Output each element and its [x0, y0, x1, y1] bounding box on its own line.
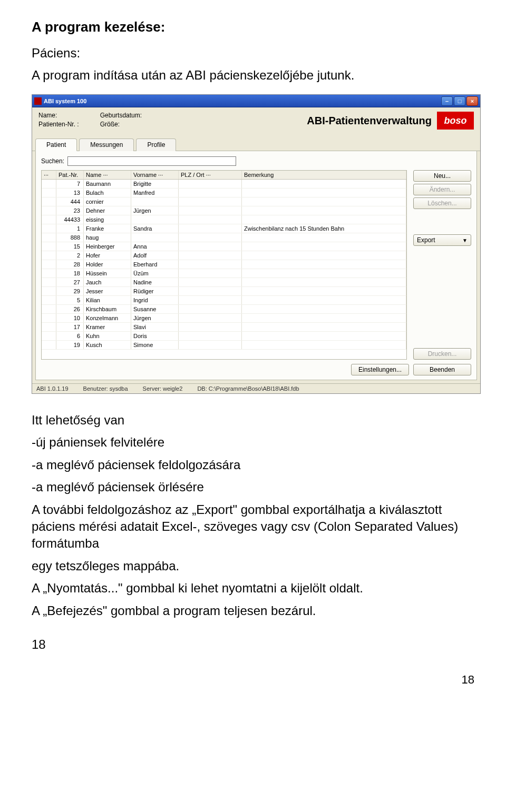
doc-possibility: Itt lehetőség van [32, 412, 474, 429]
table-cell: Jürgen [131, 206, 179, 215]
doc-after: Itt lehetőség van -új pániensek felvitel… [32, 412, 474, 619]
search-input[interactable] [67, 156, 236, 166]
status-benutzer: Benutzer: sysdba [83, 385, 128, 392]
table-cell [242, 269, 406, 278]
tab-patient[interactable]: Patient [35, 138, 77, 151]
label-groesse: Größe: [100, 121, 142, 128]
col-marker[interactable]: ··· [42, 171, 56, 179]
table-cell: Simone [131, 341, 179, 349]
table-cell: Üzüm [131, 269, 179, 278]
table-row[interactable]: 29JesserRüdiger [42, 287, 406, 296]
tab-messungen[interactable]: Messungen [79, 138, 134, 151]
doc-p7: A „Befejezés" gombbal a program teljesen… [32, 602, 474, 619]
table-row[interactable]: 7BaumannBrigitte [42, 180, 406, 189]
doc-bullet-3: -a meglévő páciensek örlésére [32, 479, 474, 496]
table-row[interactable]: 5KilianIngrid [42, 296, 406, 305]
beenden-button[interactable]: Beenden [413, 364, 471, 375]
table-row[interactable]: 23DehnerJürgen [42, 206, 406, 215]
einstellungen-button[interactable]: Einstellungen... [351, 364, 409, 375]
table-cell [42, 233, 56, 242]
table-cell [131, 233, 179, 242]
doc-intro: A program indítása után az ABI pácienske… [32, 68, 474, 83]
col-vorname[interactable]: Vorname ··· [131, 171, 179, 179]
loeschen-button[interactable]: Löschen... [413, 197, 471, 209]
table-row[interactable]: 10KonzelmannJürgen [42, 314, 406, 323]
col-bemerkung[interactable]: Bemerkung [242, 171, 406, 179]
table-row[interactable]: 13BulachManfred [42, 189, 406, 197]
table-cell: Franke [84, 224, 131, 233]
table-row[interactable]: 26KirschbaumSusanne [42, 305, 406, 314]
table-cell [42, 305, 56, 313]
table-row[interactable]: 1FrankeSandraZwischenbilanz nach 15 Stun… [42, 224, 406, 233]
table-cell [42, 314, 56, 322]
table-header: ··· Pat.-Nr. Name ··· Vorname ··· PLZ / … [42, 171, 406, 180]
col-name[interactable]: Name ··· [84, 171, 131, 179]
table-cell [42, 215, 56, 224]
table-cell: 26 [56, 305, 84, 313]
table-cell [179, 314, 242, 322]
table-cell: Anna [131, 242, 179, 251]
table-row[interactable]: 444cornier [42, 197, 406, 206]
table-cell: 5 [56, 296, 84, 304]
table-cell [42, 224, 56, 233]
doc-p6: A „Nyomtatás..." gombbal ki lehet nyomta… [32, 580, 474, 597]
table-cell [179, 323, 242, 331]
app-icon [34, 97, 42, 105]
col-patnr[interactable]: Pat.-Nr. [56, 171, 84, 179]
table-cell: 2 [56, 251, 84, 260]
neu-button[interactable]: Neu... [413, 170, 471, 182]
table-cell: Baumann [84, 180, 131, 188]
aendern-button[interactable]: Ändern... [413, 184, 471, 195]
table-row[interactable]: 888haug [42, 233, 406, 242]
doc-p5: egy tetszőleges mappába. [32, 558, 474, 575]
table-cell: Eberhard [131, 260, 179, 269]
table-row[interactable]: 44433eissing [42, 215, 406, 224]
table-cell [242, 251, 406, 260]
minimize-button[interactable]: – [441, 96, 453, 106]
col-plzort[interactable]: PLZ / Ort ··· [179, 171, 242, 179]
table-cell [242, 323, 406, 331]
title-bar: ABI system 100 – □ × [32, 95, 480, 107]
status-server: Server: weigle2 [143, 385, 183, 392]
window-controls: – □ × [441, 96, 478, 106]
table-body[interactable]: 7BaumannBrigitte13BulachManfred444cornie… [42, 180, 406, 359]
maximize-button[interactable]: □ [454, 96, 465, 106]
table-cell [179, 341, 242, 349]
table-cell: 10 [56, 314, 84, 322]
table-cell: Nadine [131, 278, 179, 286]
export-button[interactable]: Export ▼ [413, 234, 471, 246]
table-cell: Holder [84, 260, 131, 269]
tab-profile[interactable]: Profile [136, 138, 176, 151]
table-row[interactable]: 27JauchNadine [42, 278, 406, 287]
table-row[interactable]: 28HolderEberhard [42, 260, 406, 269]
table-row[interactable]: 19KuschSimone [42, 341, 406, 350]
table-cell: Kuhn [84, 332, 131, 340]
table-cell [242, 278, 406, 286]
table-cell: Jesser [84, 287, 131, 295]
table-cell [179, 269, 242, 278]
table-cell: 1 [56, 224, 84, 233]
table-cell [179, 206, 242, 215]
table-cell: Hofer [84, 251, 131, 260]
close-button[interactable]: × [466, 96, 478, 106]
chevron-down-icon: ▼ [462, 237, 468, 243]
workarea: Suchen: ··· Pat.-Nr. Name ··· Vorname ··… [35, 151, 477, 380]
table-cell: Susanne [131, 305, 179, 313]
page-number-right: 18 [32, 673, 474, 687]
table-row[interactable]: 17KramerSlavi [42, 323, 406, 332]
table-cell [42, 260, 56, 269]
table-cell [42, 287, 56, 295]
table-row[interactable]: 18HüsseinÜzüm [42, 269, 406, 278]
table-cell [42, 242, 56, 251]
table-row[interactable]: 6KuhnDoris [42, 332, 406, 341]
table-cell [42, 341, 56, 349]
table-row[interactable]: 15HeinbergerAnna [42, 242, 406, 251]
drucken-button[interactable]: Drucken... [413, 348, 471, 360]
table-row[interactable]: 2HoferAdolf [42, 251, 406, 260]
right-button-panel: Neu... Ändern... Löschen... Export ▼ Dru… [413, 170, 471, 360]
table-cell [242, 215, 406, 224]
table-cell: Hüssein [84, 269, 131, 278]
table-cell [179, 278, 242, 286]
table-cell: 44433 [56, 215, 84, 224]
table-cell: Zwischenbilanz nach 15 Stunden Bahn [242, 224, 406, 233]
